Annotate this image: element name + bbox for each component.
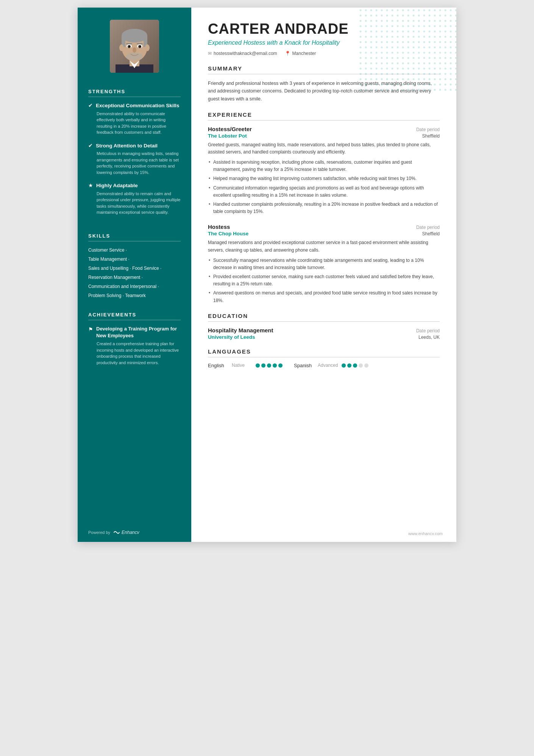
exp-bullet-2-1: Successfully managed reservations while … [208,257,440,271]
skill-3: Sales and Upselling · Food Service · [88,265,181,272]
exp-company-2: The Chop House [208,231,248,236]
edu-item-1: Hospitality Management Date period Unive… [208,327,440,340]
lang-dot-e2 [261,363,265,368]
skill-2: Table Management · [88,256,181,263]
skills-section: SKILLS Customer Service · Table Manageme… [78,226,191,305]
flag-icon: ⚑ [88,326,93,333]
svg-rect-23 [358,8,456,91]
languages-title: LANGUAGES [208,348,440,357]
lang-dot-s2 [347,363,351,368]
lang-name-spanish: Spanish [294,363,315,368]
enhancv-logo-icon [113,530,120,535]
summary-title: SUMMARY [208,65,440,74]
location-icon: 📍 [285,51,290,56]
exp-location-1: Sheffield [422,133,440,139]
strengths-list: ✔ Exceptional Communication Skills Demon… [88,102,181,216]
achievements-title: ACHIEVEMENTS [88,312,181,320]
lang-dot-s4 [359,363,363,368]
footer-url: www.enhancv.com [408,531,443,536]
lang-dot-e3 [267,363,271,368]
experience-title: EXPERIENCE [208,111,440,121]
lang-dots-spanish [342,363,368,368]
contact-info: ✉ hostesswithaknack@email.com 📍 Manchest… [208,51,440,56]
lang-level-spanish: Advanced [318,363,339,368]
location-contact: 📍 Manchester [285,51,316,56]
exp-bullet-1-1: Assisted in supervising reception, inclu… [208,159,440,173]
achievement-title-1: Developing a Training Program for New Em… [96,326,181,339]
skill-5: Communication and Interpersonal · [88,283,181,290]
lang-dot-e4 [273,363,277,368]
strength-item-2: ✔ Strong Attention to Detail Meticulous … [88,142,181,176]
email-text: hostesswithaknack@email.com [214,51,277,56]
enhancv-text: Enhancv [122,530,139,535]
lang-dot-s3 [353,363,357,368]
checkmark-icon-2: ✔ [88,142,93,149]
exp-bullet-1-2: Helped managing the waiting list improvi… [208,175,440,182]
svg-rect-19 [137,43,143,44]
svg-point-16 [129,45,130,47]
dot-pattern [358,8,456,91]
svg-point-7 [122,29,147,42]
education-title: EDUCATION [208,313,440,322]
exp-job-title-1: Hostess/Greeter [208,126,252,132]
strength-desc-3: Demonstrated ability to remain calm and … [88,191,181,216]
skill-6: Problem Solving · Teamwork [88,292,181,299]
lang-name-english: English [208,363,229,368]
powered-by-label: Powered by [88,530,110,535]
strength-title-3: Highly Adaptable [96,182,138,189]
achievement-desc-1: Created a comprehensive training plan fo… [88,341,181,366]
svg-point-10 [119,44,124,51]
photo-area [78,8,191,82]
exp-location-2: Sheffield [422,231,440,236]
summary-text: Friendly and professional hostess with 3… [208,80,440,103]
edu-degree-1: Hospitality Management [208,327,273,333]
lang-level-english: Native [232,363,253,368]
exp-bullets-2: Successfully managed reservations while … [208,257,440,304]
lang-spanish: Spanish Advanced [294,363,368,368]
exp-bullet-1-4: Handled customer complaints professional… [208,201,440,215]
lang-dots-english [256,363,283,368]
enhancv-logo: Enhancv [113,530,139,535]
location-text: Manchester [292,51,316,56]
exp-bullet-1-3: Communicated information regarding speci… [208,185,440,199]
exp-desc-2: Managed reservations and provided except… [208,239,440,254]
lang-dot-s5 [364,363,368,368]
skill-4: Reservation Management · [88,274,181,281]
checkmark-icon-1: ✔ [88,102,93,109]
exp-item-1: Hostess/Greeter Date period The Lobster … [208,126,440,216]
lang-dot-e1 [256,363,260,368]
exp-bullet-2-3: Answered questions on menus and specials… [208,290,440,304]
main-footer: www.enhancv.com [408,531,443,536]
edu-location-1: Leeds, UK [418,335,440,340]
main-content: CARTER ANDRADE Experienced Hostess with … [191,8,456,542]
exp-date-1: Date period [416,127,440,132]
lang-dot-e5 [278,363,283,368]
skill-1: Customer Service · [88,247,181,254]
email-contact: ✉ hostesswithaknack@email.com [208,51,277,56]
skills-title: SKILLS [88,233,181,241]
sidebar-footer: Powered by Enhancv [78,523,191,542]
lang-english: English Native [208,363,283,368]
strengths-title: STRENGTHS [88,89,181,97]
candidate-name: CARTER ANDRADE [208,21,440,37]
exp-desc-1: Greeted guests, managed waiting lists, m… [208,141,440,156]
photo-frame [110,20,159,73]
skills-list: Customer Service · Table Management · Sa… [88,247,181,299]
avatar [110,20,159,73]
exp-bullets-1: Assisted in supervising reception, inclu… [208,159,440,215]
strength-item-1: ✔ Exceptional Communication Skills Demon… [88,102,181,136]
strength-desc-2: Meticulous in managing waiting lists, se… [88,150,181,175]
resume-wrapper: STRENGTHS ✔ Exceptional Communication Sk… [78,8,456,542]
svg-point-11 [145,44,150,51]
lang-dot-s1 [342,363,346,368]
email-icon: ✉ [208,51,212,56]
exp-bullet-2-2: Provided excellent customer service, mak… [208,273,440,288]
strength-item-3: ★ Highly Adaptable Demonstrated ability … [88,182,181,216]
svg-point-17 [139,45,141,47]
edu-date-1: Date period [416,328,440,333]
svg-point-20 [133,47,136,53]
svg-point-21 [126,53,143,60]
strength-desc-1: Demonstrated ability to communicate effe… [88,111,181,136]
sidebar: STRENGTHS ✔ Exceptional Communication Sk… [78,8,191,542]
achievement-item-1: ⚑ Developing a Training Program for New … [88,326,181,366]
